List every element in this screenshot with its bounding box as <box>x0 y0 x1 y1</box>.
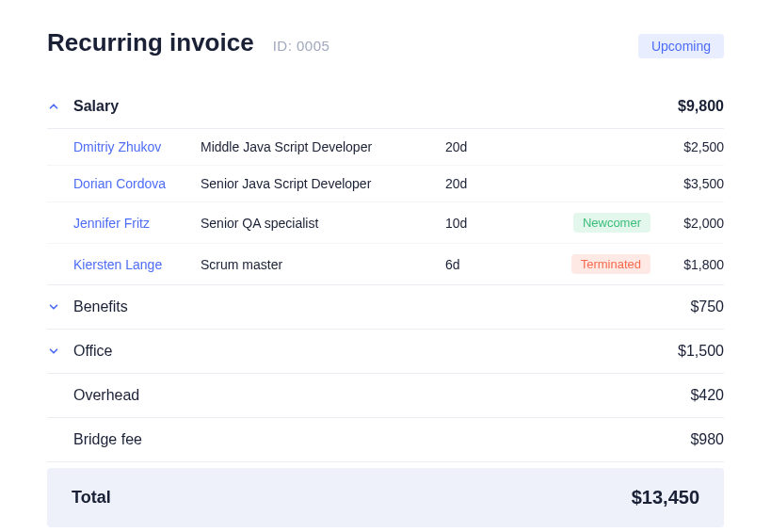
category-amount: $750 <box>690 298 724 315</box>
category-office[interactable]: Office $1,500 <box>47 330 724 374</box>
employee-days: 20d <box>445 176 502 191</box>
line-amount: $2,500 <box>667 139 724 154</box>
category-benefits[interactable]: Benefits $750 <box>47 285 724 330</box>
employee-link[interactable]: Dorian Cordova <box>73 176 201 191</box>
salary-line-items: Dmitriy Zhukov Middle Java Script Develo… <box>47 129 724 285</box>
employee-link[interactable]: Jennifer Fritz <box>73 216 201 231</box>
page-title: Recurring invoice <box>47 28 254 57</box>
status-badge: Upcoming <box>638 34 724 58</box>
category-name: Overhead <box>73 387 139 404</box>
employee-role: Middle Java Script Developer <box>201 139 445 154</box>
line-amount: $2,000 <box>667 216 724 231</box>
line-item: Jennifer Fritz Senior QA specialist 10d … <box>47 202 724 244</box>
employee-link[interactable]: Dmitriy Zhukov <box>73 139 201 154</box>
employee-role: Senior Java Script Developer <box>201 176 445 191</box>
tag-terminated: Terminated <box>571 254 651 274</box>
total-row: Total $13,450 <box>47 468 724 527</box>
employee-link[interactable]: Kiersten Lange <box>73 257 201 272</box>
total-label: Total <box>72 488 111 508</box>
category-name: Bridge fee <box>73 431 142 448</box>
chevron-up-icon <box>47 100 73 113</box>
employee-role: Scrum master <box>201 257 445 272</box>
category-amount: $1,500 <box>678 343 724 360</box>
category-bridge-fee: Bridge fee $980 <box>47 418 724 462</box>
category-name: Salary <box>73 98 119 115</box>
line-amount: $3,500 <box>667 176 724 191</box>
employee-days: 10d <box>445 216 502 231</box>
category-name: Benefits <box>73 298 128 315</box>
category-amount: $980 <box>690 431 724 448</box>
line-item: Dmitriy Zhukov Middle Java Script Develo… <box>47 129 724 166</box>
employee-role: Senior QA specialist <box>201 216 445 231</box>
employee-days: 6d <box>445 257 502 272</box>
invoice-id: ID: 0005 <box>273 38 330 54</box>
category-amount: $9,800 <box>678 98 724 115</box>
employee-days: 20d <box>445 139 502 154</box>
line-amount: $1,800 <box>667 257 724 272</box>
category-name: Office <box>73 343 113 360</box>
category-salary[interactable]: Salary $9,800 <box>47 85 724 129</box>
chevron-down-icon <box>47 345 73 358</box>
category-overhead: Overhead $420 <box>47 374 724 418</box>
category-amount: $420 <box>690 387 724 404</box>
line-item: Kiersten Lange Scrum master 6d Terminate… <box>47 244 724 284</box>
invoice-header: Recurring invoice ID: 0005 Upcoming <box>47 28 724 58</box>
line-item: Dorian Cordova Senior Java Script Develo… <box>47 166 724 202</box>
tag-newcomer: Newcomer <box>573 213 651 233</box>
chevron-down-icon <box>47 300 73 314</box>
total-amount: $13,450 <box>632 487 699 508</box>
